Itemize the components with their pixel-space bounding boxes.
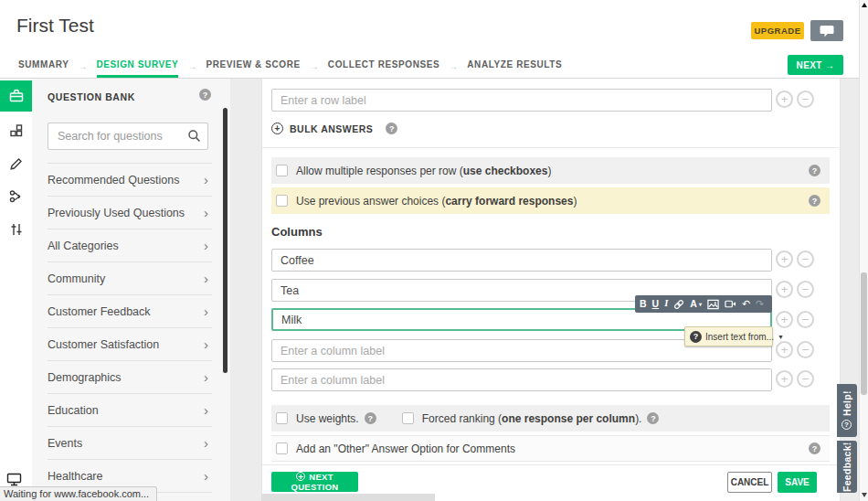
category-item[interactable]: Community›: [48, 262, 212, 295]
feedback-tab[interactable]: Feedback!: [837, 441, 857, 493]
chevron-right-icon: ›: [204, 436, 212, 450]
building-blocks-icon: [8, 123, 25, 139]
chevron-right-icon: ›: [204, 337, 212, 351]
remove-column-button[interactable]: −: [797, 311, 814, 328]
bold-button[interactable]: B: [640, 299, 647, 309]
add-column-button[interactable]: +: [776, 281, 793, 298]
columns-heading: Columns: [271, 225, 323, 239]
rail-item-design[interactable]: [0, 148, 32, 179]
chevron-right-icon: ›: [204, 206, 212, 219]
chevron-right-icon: ›: [204, 304, 212, 318]
builder-icon-rail: [0, 79, 32, 501]
previous-answers-help-icon[interactable]: ?: [809, 195, 820, 207]
category-item[interactable]: Events›: [48, 427, 212, 460]
allow-multiple-option-row: Allow multiple responses per row (use ch…: [271, 157, 830, 184]
other-option-row: Add an "Other" Answer Option for Comment…: [271, 435, 830, 462]
other-option-checkbox[interactable]: [276, 442, 288, 454]
tab-collect-responses[interactable]: COLLECT RESPONSES: [328, 52, 439, 78]
italic-button[interactable]: I: [664, 299, 668, 309]
survey-title: First Test: [16, 15, 94, 37]
use-weights-help-icon[interactable]: ?: [365, 412, 376, 424]
add-column-button[interactable]: +: [776, 341, 793, 358]
scrollbar-thumb[interactable]: [861, 272, 867, 395]
column-label-input-empty[interactable]: [271, 368, 772, 391]
link-button[interactable]: [673, 299, 684, 310]
sidebar-scrollbar[interactable]: [223, 108, 228, 373]
question-bank-help-icon[interactable]: ?: [199, 89, 211, 101]
rail-item-question-bank[interactable]: [0, 80, 32, 112]
redo-button[interactable]: ↷: [756, 299, 764, 309]
bulk-answers-help-icon[interactable]: ?: [386, 123, 397, 134]
search-input[interactable]: [48, 123, 208, 150]
category-item[interactable]: Previously Used Questions›: [48, 197, 212, 229]
category-item[interactable]: Education›: [48, 394, 212, 427]
cancel-button[interactable]: CANCEL: [727, 472, 772, 493]
tab-design-survey[interactable]: DESIGN SURVEY: [97, 52, 179, 78]
next-step-button[interactable]: NEXT →: [788, 55, 843, 75]
remove-column-button[interactable]: −: [797, 250, 814, 268]
remove-column-button[interactable]: −: [797, 370, 814, 388]
video-camera-icon: [725, 299, 736, 309]
column-input-coffee[interactable]: [271, 249, 772, 272]
underline-button[interactable]: U: [652, 299, 660, 309]
category-item[interactable]: Recommended Questions›: [48, 164, 212, 197]
undo-button[interactable]: ↶: [742, 299, 750, 309]
insert-image-button[interactable]: [707, 299, 719, 310]
add-column-button[interactable]: +: [776, 311, 793, 328]
tab-preview-score[interactable]: PREVIEW & SCORE: [206, 52, 300, 78]
scroll-down-arrow-icon[interactable]: [862, 493, 867, 497]
next-question-button[interactable]: +NEXT QUESTION: [271, 472, 358, 492]
category-item[interactable]: Customer Satisfaction›: [48, 328, 212, 361]
forced-ranking-checkbox[interactable]: [402, 412, 414, 424]
rich-text-toolbar: B U I A▾ ↶ ↷: [635, 295, 772, 313]
feedback-bubble-button[interactable]: [810, 20, 843, 41]
arrow-right-icon: →: [825, 60, 834, 70]
speech-bubble-icon: [820, 25, 834, 37]
add-column-button[interactable]: +: [776, 250, 793, 268]
allow-multiple-checkbox[interactable]: [276, 165, 288, 176]
browser-scrollbar[interactable]: [859, 0, 868, 501]
monitor-icon: [6, 473, 22, 486]
chevron-right-icon: ›: [204, 469, 212, 483]
remove-column-button[interactable]: −: [797, 281, 814, 298]
previous-answers-checkbox[interactable]: [276, 195, 288, 207]
scroll-up-arrow-icon[interactable]: [862, 3, 867, 7]
tab-summary[interactable]: SUMMARY: [18, 52, 69, 78]
forced-ranking-help-icon[interactable]: ?: [647, 412, 659, 424]
chevron-right-icon: ›: [204, 173, 212, 187]
sliders-icon: [8, 221, 25, 238]
rail-item-logic[interactable]: [0, 181, 32, 212]
weights-ranking-option-row: Use weights. ? Forced ranking (one respo…: [271, 405, 830, 432]
rail-item-templates[interactable]: [0, 115, 32, 146]
allow-multiple-help-icon[interactable]: ?: [809, 165, 820, 176]
insert-text-from-dropdown[interactable]: ? Insert text from... ▼: [684, 326, 773, 346]
image-icon: [707, 299, 719, 310]
bulk-answers-button[interactable]: + BULK ANSWERS ?: [271, 123, 397, 134]
tab-analyze-results[interactable]: ANALYZE RESULTS: [467, 52, 562, 78]
link-icon: [673, 299, 684, 310]
category-item[interactable]: Demographics›: [48, 361, 212, 394]
use-weights-checkbox[interactable]: [276, 412, 288, 424]
remove-column-button[interactable]: −: [797, 341, 814, 358]
divider: [262, 147, 842, 148]
add-column-button[interactable]: +: [776, 370, 793, 388]
help-tab[interactable]: ? Help!: [837, 384, 857, 437]
insert-video-button[interactable]: [725, 299, 736, 309]
category-list: Recommended Questions› Previously Used Q…: [48, 163, 212, 493]
question-bank-panel: QUESTION BANK ? Recommended Questions› P…: [32, 79, 230, 501]
other-option-help-icon[interactable]: ?: [809, 442, 820, 454]
add-row-button[interactable]: +: [776, 91, 793, 108]
save-button[interactable]: SAVE: [778, 472, 817, 493]
rail-item-options[interactable]: [0, 214, 32, 245]
font-color-button[interactable]: A▾: [690, 299, 702, 309]
help-question-icon: ?: [842, 420, 852, 430]
caret-down-icon: ▼: [778, 334, 784, 340]
chevron-right-icon: ›: [204, 272, 212, 285]
row-label-input[interactable]: [271, 89, 772, 112]
category-item[interactable]: All Categories›: [48, 229, 212, 262]
remove-row-button[interactable]: −: [797, 91, 814, 108]
category-item[interactable]: Customer Feedback›: [48, 295, 212, 328]
arrow-separator-icon: →: [449, 52, 458, 78]
arrow-separator-icon: →: [187, 52, 196, 78]
upgrade-button[interactable]: UPGRADE: [751, 22, 804, 39]
